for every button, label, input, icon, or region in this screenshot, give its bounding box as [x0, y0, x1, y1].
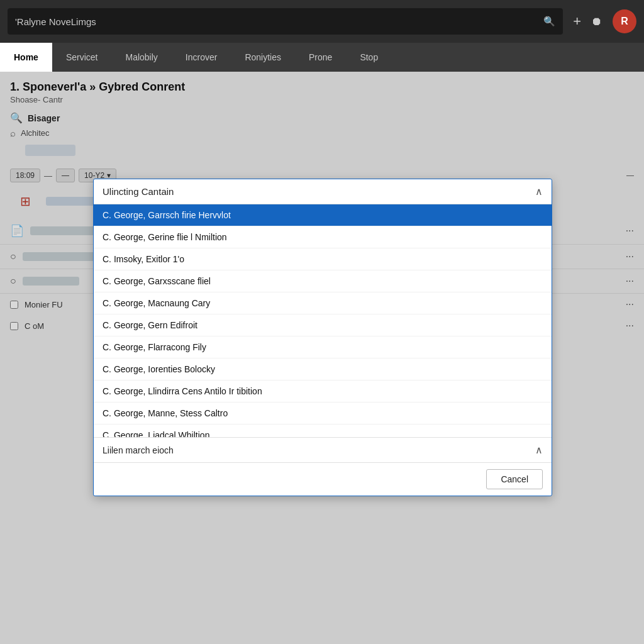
nav-servicet[interactable]: Servicet	[52, 43, 112, 72]
top-actions: + ⏺ R	[573, 9, 636, 33]
dropdown-header-text: Ulincting Cantain	[103, 186, 174, 197]
footer-chevron[interactable]: ∧	[535, 444, 543, 456]
record-button[interactable]: ⏺	[591, 15, 602, 28]
search-icon-top[interactable]: 🔍	[543, 16, 555, 27]
dropdown-item-9[interactable]: C. George, Liadcal Whiltion	[94, 425, 552, 437]
dropdown-list[interactable]: C. George, Garrsch firie Hervvlot C. Geo…	[94, 204, 552, 437]
dropdown-item-1[interactable]: C. Imsoky, Exitlor 1'o	[94, 248, 552, 270]
nav-roniyties[interactable]: Roniyties	[231, 43, 295, 72]
search-box[interactable]: 'Ralyne NoveLimgs 🔍	[8, 8, 563, 35]
dropdown-modal: Ulincting Cantain ∧ C. George, Garrsch f…	[93, 179, 552, 496]
nav-prone[interactable]: Prone	[295, 43, 346, 72]
dropdown-item-4[interactable]: C. George, Gern Edifroit	[94, 314, 552, 336]
cancel-button[interactable]: Cancel	[486, 469, 543, 489]
nav-malobily[interactable]: Malobily	[111, 43, 171, 72]
dropdown-item-2[interactable]: C. George, Garxsscane fliel	[94, 270, 552, 292]
dropdown-header: Ulincting Cantain ∧	[94, 179, 552, 204]
dropdown-item-7[interactable]: C. George, Llindirra Cens Antilo Ir tibi…	[94, 380, 552, 402]
dropdown-item-8[interactable]: C. George, Manne, Stess Caltro	[94, 402, 552, 425]
nav-incrover[interactable]: Incrover	[172, 43, 231, 72]
dropdown-header-chevron[interactable]: ∧	[535, 186, 543, 197]
footer-text: Liilen march eioch	[103, 445, 174, 455]
nav-bar: Home Servicet Malobily Incrover Roniytie…	[0, 43, 644, 72]
search-box-text: 'Ralyne NoveLimgs	[15, 16, 96, 27]
dropdown-item-5[interactable]: C. George, Flarracong Fily	[94, 336, 552, 358]
avatar[interactable]: R	[613, 9, 636, 33]
modal-actions: Cancel	[94, 462, 552, 496]
top-bar: 'Ralyne NoveLimgs 🔍 + ⏺ R	[0, 0, 644, 43]
dropdown-footer: Liilen march eioch ∧	[94, 437, 552, 462]
dropdown-item-selected[interactable]: C. George, Garrsch firie Hervvlot	[94, 204, 552, 226]
dropdown-item-0[interactable]: C. George, Gerine flie l Nmiltion	[94, 226, 552, 248]
main-content: 1. Sponeverl'a » Gybred Conrent Shoase- …	[0, 72, 644, 644]
dropdown-item-6[interactable]: C. George, Iorenties Bolocky	[94, 358, 552, 380]
nav-stop[interactable]: Stop	[346, 43, 392, 72]
nav-home[interactable]: Home	[0, 43, 52, 72]
dropdown-item-3[interactable]: C. George, Macnaung Cary	[94, 292, 552, 314]
add-button[interactable]: +	[573, 13, 581, 30]
